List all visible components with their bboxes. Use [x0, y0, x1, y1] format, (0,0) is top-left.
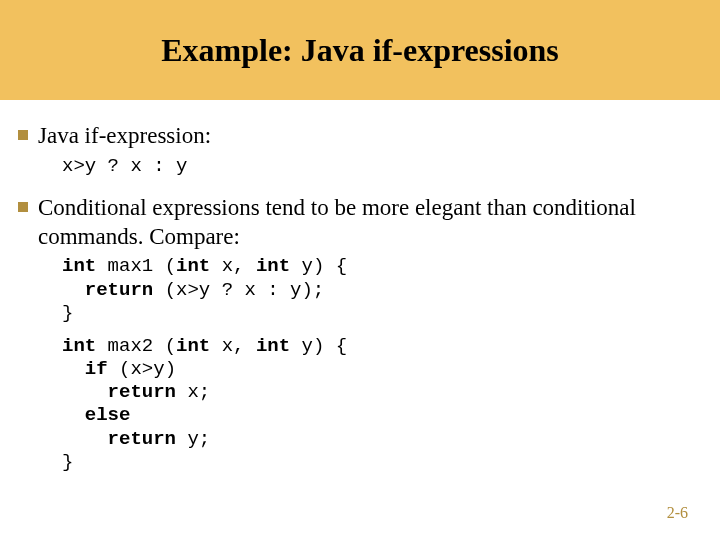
code-block-max1: int max1 (int x, int y) { return (x>y ? …	[0, 255, 720, 325]
keyword-int: int	[256, 335, 290, 357]
code-text: x,	[210, 255, 256, 277]
page-number: 2-6	[667, 504, 688, 522]
code-text: y) {	[290, 335, 347, 357]
keyword-if: if	[85, 358, 108, 380]
slide-title: Example: Java if-expressions	[161, 32, 559, 69]
bullet-square-icon	[18, 202, 28, 212]
code-block-max2: int max2 (int x, int y) { if (x>y) retur…	[0, 335, 720, 474]
bullet-item: Java if-expression:	[0, 122, 720, 151]
keyword-return: return	[85, 279, 153, 301]
code-text: max2 (	[96, 335, 176, 357]
code-text: (x>y)	[108, 358, 176, 380]
keyword-int: int	[62, 255, 96, 277]
title-band: Example: Java if-expressions	[0, 0, 720, 100]
slide: Example: Java if-expressions Java if-exp…	[0, 0, 720, 540]
keyword-int: int	[256, 255, 290, 277]
keyword-int: int	[176, 335, 210, 357]
keyword-int: int	[176, 255, 210, 277]
keyword-else: else	[85, 404, 131, 426]
code-text: (x>y ? x : y);	[153, 279, 324, 301]
keyword-return: return	[108, 428, 176, 450]
code-text: y) {	[290, 255, 347, 277]
keyword-return: return	[108, 381, 176, 403]
code-block-ternary: x>y ? x : y	[0, 155, 720, 178]
code-text: }	[62, 451, 73, 473]
bullet-text: Conditional expressions tend to be more …	[38, 194, 696, 252]
slide-body: Java if-expression: x>y ? x : y Conditio…	[0, 122, 720, 490]
code-text: }	[62, 302, 73, 324]
bullet-square-icon	[18, 130, 28, 140]
code-text: x;	[176, 381, 210, 403]
code-text: y;	[176, 428, 210, 450]
keyword-int: int	[62, 335, 96, 357]
code-line: x>y ? x : y	[62, 155, 187, 177]
code-text: max1 (	[96, 255, 176, 277]
bullet-item: Conditional expressions tend to be more …	[0, 194, 720, 252]
bullet-text: Java if-expression:	[38, 122, 211, 151]
code-text: x,	[210, 335, 256, 357]
